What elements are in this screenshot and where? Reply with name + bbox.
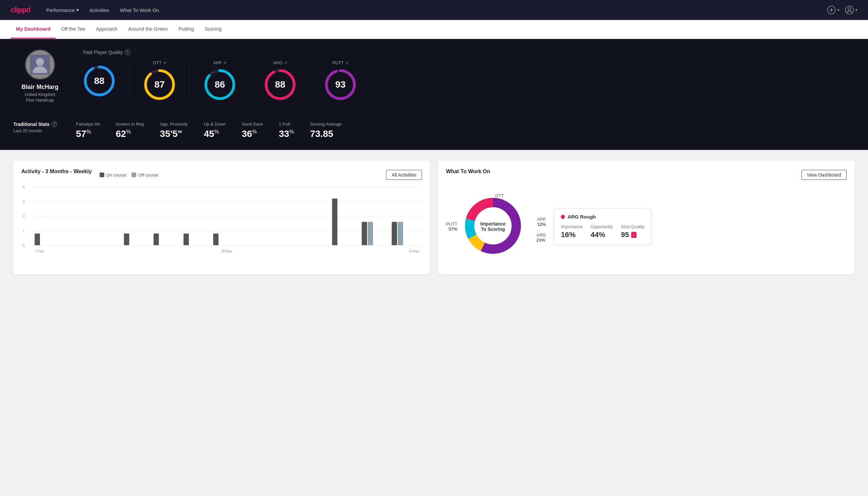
off-course-dot bbox=[131, 173, 136, 177]
empty-bar bbox=[94, 245, 99, 245]
donut-center: Importance To Scoring bbox=[480, 221, 505, 232]
ott-label: OTT ↗ bbox=[153, 60, 166, 65]
what-to-work-on-card: What To Work On View Dashboard PUTT 57% … bbox=[438, 160, 855, 275]
stat-value: 62% bbox=[116, 128, 144, 139]
x-label-mar: 28 Mar bbox=[221, 249, 232, 253]
tab-scoring[interactable]: Scoring bbox=[199, 20, 227, 38]
score-arg: ARG ↗ 88 bbox=[250, 60, 311, 101]
player-country: United Kingdom bbox=[25, 92, 56, 97]
player-info: Blair McHarg United Kingdom Plus Handica… bbox=[13, 50, 67, 103]
activity-chart-area: 4 3 2 1 0 7 Feb 28 Mar 9 May bbox=[21, 187, 422, 253]
arg-label: ARG ↗ bbox=[273, 60, 287, 65]
stats-items: Fairways Hit 57% Greens In Reg 62% App. … bbox=[76, 122, 855, 139]
user-icon[interactable]: ▾ bbox=[845, 5, 857, 15]
info-icon[interactable]: ? bbox=[125, 50, 130, 55]
stat-item: Scoring Average 73.85 bbox=[310, 122, 342, 139]
view-dashboard-button[interactable]: View Dashboard bbox=[801, 170, 847, 180]
navigation: clippd Performance ▾ Activities What To … bbox=[0, 0, 868, 20]
stat-item: Greens In Reg 62% bbox=[116, 122, 144, 139]
stats-label: Traditional Stats ? Last 20 rounds bbox=[13, 122, 60, 133]
arg-shot-quality-value: 95 ↓ bbox=[621, 231, 645, 239]
stat-item: Up & Down 45% bbox=[204, 122, 226, 139]
app-label-outside: APP 12% bbox=[537, 217, 546, 227]
bar-group bbox=[64, 245, 92, 245]
add-icon[interactable]: ▾ bbox=[827, 5, 839, 15]
hero-section: Blair McHarg United Kingdom Plus Handica… bbox=[0, 39, 868, 113]
activity-card: Activity - 3 Months - Weekly On course O… bbox=[13, 160, 430, 275]
stat-item: 1 Putt 33% bbox=[279, 122, 294, 139]
stat-name: Sand Save bbox=[242, 122, 263, 127]
what-to-work-on-header: What To Work On View Dashboard bbox=[446, 169, 847, 181]
chevron-down-icon: ▾ bbox=[855, 7, 857, 12]
stat-value: 33% bbox=[279, 128, 294, 139]
on-course-bar bbox=[392, 222, 397, 245]
score-arg-value: 88 bbox=[275, 79, 285, 90]
nav-icons: ▾ ▾ bbox=[827, 5, 857, 15]
bars-container bbox=[32, 187, 422, 245]
stat-value: 35'5" bbox=[160, 128, 188, 139]
on-course-bar bbox=[124, 233, 129, 245]
arrow-up-icon: ↗ bbox=[284, 61, 287, 65]
arg-label-outside: ARG 21% bbox=[537, 233, 546, 243]
nav-what-to-work-on[interactable]: What To Work On bbox=[120, 7, 159, 13]
red-badge: ↓ bbox=[631, 232, 636, 238]
on-course-bar bbox=[213, 233, 219, 245]
putt-label: PUTT ↗ bbox=[332, 60, 348, 65]
tab-off-the-tee[interactable]: Off the Tee bbox=[56, 20, 91, 38]
stats-sublabel: Last 20 rounds bbox=[13, 128, 60, 133]
empty-bar bbox=[243, 245, 248, 245]
legend-on-course: On course bbox=[99, 173, 126, 177]
score-putt: PUTT ↗ 93 bbox=[311, 60, 370, 101]
player-name: Blair McHarg bbox=[21, 83, 58, 91]
all-activities-button[interactable]: All Activities bbox=[386, 170, 422, 180]
tab-putting[interactable]: Putting bbox=[173, 20, 200, 38]
bar-group bbox=[392, 222, 419, 245]
empty-bar bbox=[302, 245, 308, 245]
nav-performance[interactable]: Performance ▾ bbox=[46, 7, 79, 13]
on-course-bar bbox=[35, 233, 40, 245]
stat-item: Sand Save 36% bbox=[242, 122, 263, 139]
bar-group bbox=[302, 245, 330, 245]
tab-approach[interactable]: Approach bbox=[91, 20, 123, 38]
arrow-up-icon: ↗ bbox=[163, 61, 166, 65]
arg-panel-title: ARG Rough bbox=[561, 214, 645, 219]
svg-point-2 bbox=[848, 7, 851, 10]
bar-group bbox=[94, 245, 122, 245]
score-overall-value: 88 bbox=[94, 76, 104, 86]
putt-label-outside: PUTT 57% bbox=[446, 221, 457, 232]
total-player-quality-label: Total Player Quality ? bbox=[83, 50, 855, 55]
stat-name: Scoring Average bbox=[310, 122, 342, 127]
traditional-stats-label: Traditional Stats ? bbox=[13, 122, 60, 127]
nav-links: Performance ▾ Activities What To Work On bbox=[46, 7, 827, 13]
app-label: APP ↗ bbox=[213, 60, 226, 65]
chevron-down-icon: ▾ bbox=[76, 7, 79, 13]
score-app: APP ↗ 86 bbox=[190, 60, 250, 101]
tab-around-the-green[interactable]: Around the Green bbox=[123, 20, 173, 38]
info-icon[interactable]: ? bbox=[52, 122, 57, 127]
donut-area: PUTT 57% OTT 10% APP 12% ARG 21% bbox=[446, 187, 847, 266]
avatar bbox=[25, 50, 55, 80]
score-putt-value: 93 bbox=[335, 79, 345, 90]
stat-name: Greens In Reg bbox=[116, 122, 144, 127]
chart-legend: On course Off course bbox=[99, 173, 158, 177]
nav-activities[interactable]: Activities bbox=[90, 7, 109, 13]
stat-name: Fairways Hit bbox=[76, 122, 100, 127]
tab-my-dashboard[interactable]: My Dashboard bbox=[11, 20, 56, 38]
arg-stats: Importance 16% Opportunity 44% Shot Qual… bbox=[561, 224, 645, 239]
stat-value: 45% bbox=[204, 128, 226, 139]
logo[interactable]: clippd bbox=[11, 6, 30, 14]
stat-name: Up & Down bbox=[204, 122, 226, 127]
ring-overall: 88 bbox=[83, 64, 116, 98]
bar-group bbox=[124, 233, 152, 245]
stat-name: App. Proximity bbox=[160, 122, 188, 127]
on-course-dot bbox=[99, 173, 104, 177]
arg-dot bbox=[561, 215, 565, 219]
score-ott: OTT ↗ 87 bbox=[129, 60, 190, 101]
arg-importance: Importance 16% bbox=[561, 224, 583, 239]
score-overall: 88 bbox=[83, 64, 129, 98]
arg-importance-value: 16% bbox=[561, 231, 583, 239]
score-ott-value: 87 bbox=[154, 79, 164, 90]
on-course-bar bbox=[362, 222, 367, 245]
stat-value: 36% bbox=[242, 128, 263, 139]
arg-panel: ARG Rough Importance 16% Opportunity 44%… bbox=[554, 208, 651, 245]
